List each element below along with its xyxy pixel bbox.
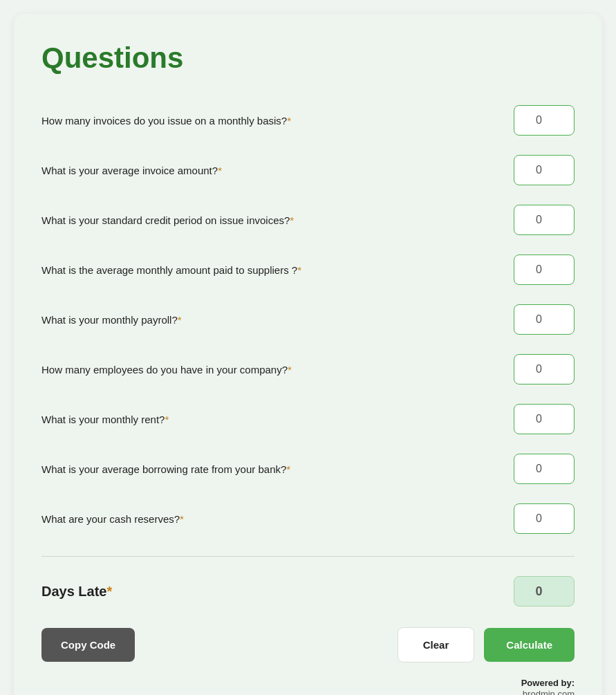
question-input-monthly-rent[interactable] — [514, 404, 575, 434]
question-row: How many invoices do you issue on a mont… — [41, 95, 575, 145]
powered-by-site: brodmin.com — [41, 689, 575, 695]
question-row: How many employees do you have in your c… — [41, 344, 575, 394]
days-late-label: Days Late* — [41, 584, 112, 600]
questions-section: How many invoices do you issue on a mont… — [41, 95, 575, 544]
question-row: What is your monthly payroll?* — [41, 295, 575, 344]
question-label-monthly-invoices: How many invoices do you issue on a mont… — [41, 115, 514, 127]
days-late-input[interactable] — [514, 576, 575, 606]
required-asterisk: * — [178, 314, 182, 326]
question-row: What is your average borrowing rate from… — [41, 444, 575, 494]
copy-code-button[interactable]: Copy Code — [41, 628, 135, 662]
question-input-num-employees[interactable] — [514, 354, 575, 384]
question-row: What is your average invoice amount?* — [41, 145, 575, 195]
required-asterisk: * — [288, 364, 292, 376]
question-row: What is your monthly rent?* — [41, 394, 575, 444]
question-row: What is the average monthly amount paid … — [41, 245, 575, 295]
days-late-section: Days Late* — [41, 569, 575, 620]
required-asterisk: * — [290, 214, 294, 226]
page-title: Questions — [41, 41, 575, 75]
question-label-credit-period: What is your standard credit period on i… — [41, 214, 514, 226]
required-asterisk: * — [287, 115, 291, 127]
required-asterisk: * — [297, 264, 301, 276]
question-label-borrowing-rate: What is your average borrowing rate from… — [41, 463, 514, 475]
question-label-average-invoice-amount: What is your average invoice amount?* — [41, 165, 514, 176]
question-input-credit-period[interactable] — [514, 205, 575, 235]
required-asterisk: * — [286, 463, 290, 475]
question-input-cash-reserves[interactable] — [514, 503, 575, 534]
question-label-cash-reserves: What are your cash reserves?* — [41, 513, 514, 525]
powered-by-section: Powered by: brodmin.com — [41, 676, 575, 695]
required-asterisk: * — [165, 414, 169, 425]
question-label-monthly-payroll: What is your monthly payroll?* — [41, 314, 514, 326]
main-container: Questions How many invoices do you issue… — [14, 14, 602, 695]
actions-row: Copy Code Clear Calculate — [41, 627, 575, 662]
days-late-required: * — [107, 584, 113, 599]
question-input-monthly-suppliers[interactable] — [514, 254, 575, 285]
question-input-borrowing-rate[interactable] — [514, 454, 575, 484]
question-label-monthly-rent: What is your monthly rent?* — [41, 414, 514, 425]
question-input-monthly-invoices[interactable] — [514, 105, 575, 136]
calculate-button[interactable]: Calculate — [484, 628, 575, 662]
powered-by-label: Powered by: — [521, 678, 575, 688]
right-buttons: Clear Calculate — [398, 627, 575, 662]
question-row: What is your standard credit period on i… — [41, 195, 575, 245]
question-label-monthly-suppliers: What is the average monthly amount paid … — [41, 264, 514, 276]
question-row: What are your cash reserves?* — [41, 494, 575, 544]
question-input-average-invoice-amount[interactable] — [514, 155, 575, 185]
question-input-monthly-payroll[interactable] — [514, 304, 575, 335]
required-asterisk: * — [218, 165, 222, 176]
section-divider — [41, 556, 575, 557]
required-asterisk: * — [180, 513, 184, 525]
clear-button[interactable]: Clear — [398, 627, 475, 662]
question-label-num-employees: How many employees do you have in your c… — [41, 364, 514, 376]
